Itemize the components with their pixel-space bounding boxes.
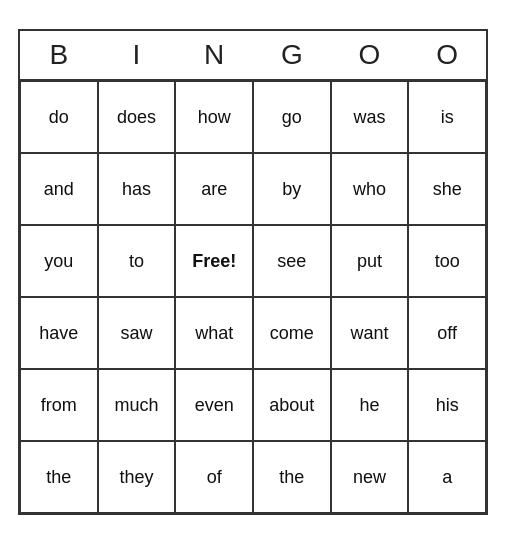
header-letter-0: B bbox=[20, 31, 98, 79]
cell-r4-c1[interactable]: much bbox=[98, 369, 176, 441]
cell-r5-c1[interactable]: they bbox=[98, 441, 176, 513]
cell-r3-c1[interactable]: saw bbox=[98, 297, 176, 369]
cell-r1-c0[interactable]: and bbox=[20, 153, 98, 225]
header-letter-4: O bbox=[331, 31, 409, 79]
cell-r5-c2[interactable]: of bbox=[175, 441, 253, 513]
cell-r4-c0[interactable]: from bbox=[20, 369, 98, 441]
cell-r3-c3[interactable]: come bbox=[253, 297, 331, 369]
cell-r1-c5[interactable]: she bbox=[408, 153, 486, 225]
bingo-card: BINGOO dodoeshowgowasisandhasarebywhoshe… bbox=[18, 29, 488, 515]
cell-r0-c5[interactable]: is bbox=[408, 81, 486, 153]
cell-r4-c2[interactable]: even bbox=[175, 369, 253, 441]
cell-r3-c0[interactable]: have bbox=[20, 297, 98, 369]
cell-r2-c5[interactable]: too bbox=[408, 225, 486, 297]
header-letter-5: O bbox=[408, 31, 486, 79]
cell-r0-c3[interactable]: go bbox=[253, 81, 331, 153]
cell-r5-c5[interactable]: a bbox=[408, 441, 486, 513]
cell-r2-c2[interactable]: Free! bbox=[175, 225, 253, 297]
cell-r2-c4[interactable]: put bbox=[331, 225, 409, 297]
cell-r3-c4[interactable]: want bbox=[331, 297, 409, 369]
cell-r0-c1[interactable]: does bbox=[98, 81, 176, 153]
cell-r4-c4[interactable]: he bbox=[331, 369, 409, 441]
cell-r1-c4[interactable]: who bbox=[331, 153, 409, 225]
cell-r0-c0[interactable]: do bbox=[20, 81, 98, 153]
cell-r3-c2[interactable]: what bbox=[175, 297, 253, 369]
header-letter-1: I bbox=[98, 31, 176, 79]
cell-r2-c3[interactable]: see bbox=[253, 225, 331, 297]
cell-r5-c3[interactable]: the bbox=[253, 441, 331, 513]
header-letter-2: N bbox=[175, 31, 253, 79]
cell-r1-c3[interactable]: by bbox=[253, 153, 331, 225]
cell-r4-c3[interactable]: about bbox=[253, 369, 331, 441]
cell-r2-c0[interactable]: you bbox=[20, 225, 98, 297]
cell-r0-c4[interactable]: was bbox=[331, 81, 409, 153]
cell-r1-c1[interactable]: has bbox=[98, 153, 176, 225]
cell-r4-c5[interactable]: his bbox=[408, 369, 486, 441]
cell-r2-c1[interactable]: to bbox=[98, 225, 176, 297]
cell-r5-c0[interactable]: the bbox=[20, 441, 98, 513]
cell-r3-c5[interactable]: off bbox=[408, 297, 486, 369]
cell-r0-c2[interactable]: how bbox=[175, 81, 253, 153]
cell-r5-c4[interactable]: new bbox=[331, 441, 409, 513]
cell-r1-c2[interactable]: are bbox=[175, 153, 253, 225]
bingo-header: BINGOO bbox=[20, 31, 486, 79]
bingo-grid: dodoeshowgowasisandhasarebywhosheyoutoFr… bbox=[20, 79, 486, 513]
header-letter-3: G bbox=[253, 31, 331, 79]
